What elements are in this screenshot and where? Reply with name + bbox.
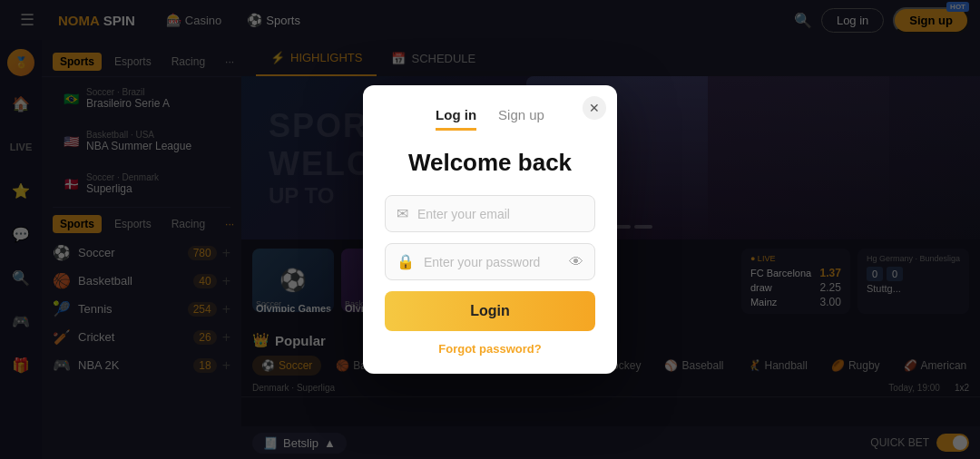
- password-input-wrap: 🔒 👁: [385, 243, 595, 280]
- modal-overlay[interactable]: ✕ Log in Sign up Welcome back ✉ 🔒 👁 Logi…: [0, 0, 980, 459]
- email-input-wrap: ✉: [385, 195, 595, 232]
- modal-tab-login[interactable]: Log in: [436, 107, 476, 131]
- email-icon: ✉: [397, 205, 408, 222]
- modal-tabs: Log in Sign up: [385, 107, 595, 131]
- modal-title: Welcome back: [385, 149, 595, 177]
- forgot-password-link[interactable]: Forgot password?: [385, 342, 595, 356]
- eye-toggle-icon[interactable]: 👁: [569, 254, 583, 270]
- modal-close-button[interactable]: ✕: [583, 96, 606, 120]
- password-input[interactable]: [424, 255, 562, 269]
- modal-tab-signup[interactable]: Sign up: [498, 107, 544, 131]
- login-modal: ✕ Log in Sign up Welcome back ✉ 🔒 👁 Logi…: [363, 85, 617, 374]
- login-submit-button[interactable]: Login: [385, 291, 595, 331]
- email-input[interactable]: [417, 207, 583, 221]
- lock-icon: 🔒: [397, 253, 415, 270]
